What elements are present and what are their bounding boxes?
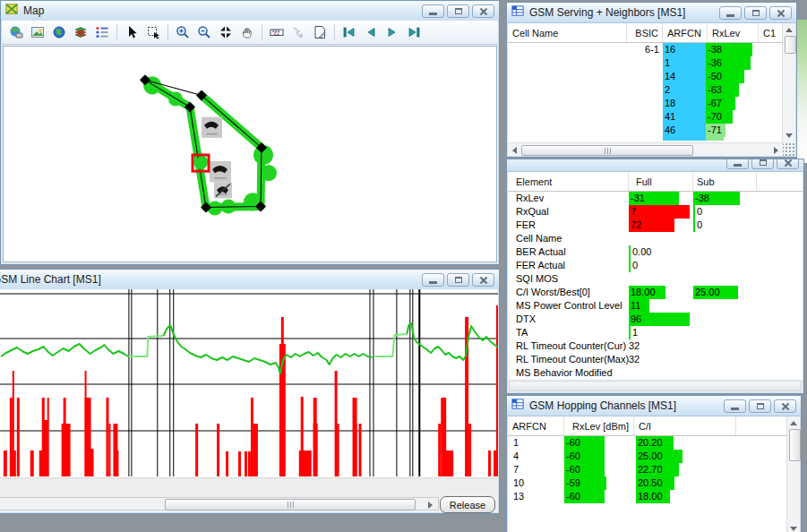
quality-bar [255, 424, 258, 476]
table-row[interactable]: 14-50 [508, 70, 782, 83]
restore-button[interactable] [744, 6, 767, 20]
scroll-down-arrow[interactable] [784, 131, 794, 142]
select-button[interactable] [142, 22, 164, 42]
full-value: 1 [629, 326, 693, 339]
nav-forward-button[interactable] [382, 22, 403, 42]
serving-vscrollbar[interactable] [782, 23, 795, 142]
map-canvas[interactable] [3, 46, 497, 262]
table-row[interactable]: RL Timeout Counter(Cur)32 [508, 339, 803, 353]
line-chart-titlebar[interactable]: GSM Line Chart [MS1] [0, 270, 499, 290]
close-button[interactable] [769, 6, 792, 20]
arfcn-cell: 10 [508, 476, 564, 490]
table-row[interactable]: RL Timeout Counter(Max)32 [508, 353, 803, 366]
minimize-button[interactable] [726, 159, 749, 169]
scroll-down-arrow[interactable] [788, 524, 799, 532]
call-event-thumbnail[interactable] [202, 117, 222, 138]
layers-button[interactable] [70, 22, 91, 42]
scroll-up-arrow[interactable] [784, 23, 794, 35]
minimize-button[interactable] [719, 6, 742, 20]
pan-button[interactable] [236, 22, 258, 42]
table-row[interactable]: 7-6022.70 [508, 463, 786, 476]
globe-button[interactable] [48, 22, 70, 42]
resize-grip[interactable] [783, 143, 795, 156]
zoom-in-button[interactable] [172, 22, 193, 42]
line-chart-canvas[interactable] [0, 289, 498, 477]
table-row[interactable]: C/I Worst/Best[0]18.0025.00 [508, 286, 803, 299]
restore-button[interactable] [447, 273, 469, 287]
chart-hscrollbar[interactable] [0, 497, 439, 511]
hopping-vscrollbar[interactable] [786, 416, 800, 532]
minimize-button[interactable] [724, 399, 746, 413]
info-hscrollbar[interactable] [509, 381, 802, 391]
chart-hscroll-thumb[interactable] [165, 499, 416, 511]
scroll-up-arrow[interactable] [788, 416, 799, 428]
table-row[interactable]: 6-116-38 [508, 43, 782, 56]
cell-name-cell [508, 97, 627, 110]
serving-hscrollbar[interactable] [508, 142, 782, 156]
table-row[interactable]: 1-36 [508, 56, 782, 70]
table-row[interactable]: MS Power Control Level11 [508, 299, 803, 313]
measure-button[interactable]: 1.2 [266, 22, 288, 42]
arfcn-cell: 4 [508, 450, 564, 463]
table-row[interactable]: 13-6018.00 [508, 490, 786, 503]
full-value: 7 [629, 205, 693, 219]
scroll-right-arrow[interactable] [771, 144, 782, 156]
hopping-table-body: 1-6020.204-6025.007-6022.7010-5920.5013-… [508, 436, 786, 532]
ci-bar: 25.00 [636, 450, 683, 463]
table-row[interactable]: SQI MOS [508, 272, 803, 286]
table-row[interactable]: 10-5920.50 [508, 476, 786, 490]
call-event-thumbnail[interactable] [210, 161, 231, 182]
arfcn-cell: 7 [508, 463, 564, 476]
serving-vscroll-thumb[interactable] [785, 36, 796, 54]
quality-bar [106, 398, 108, 476]
background-window-sliver [797, 20, 807, 163]
open-map-button[interactable] [5, 22, 27, 42]
table-row[interactable]: DTX96 [508, 313, 803, 326]
close-button[interactable] [472, 4, 494, 18]
serving-titlebar[interactable]: GSM Serving + Neighbors [MS1] [507, 3, 796, 23]
minimize-button[interactable] [422, 273, 444, 287]
restore-button[interactable] [749, 399, 771, 413]
close-button[interactable] [777, 159, 799, 169]
image-button[interactable] [27, 22, 48, 42]
table-row[interactable]: 2-63 [508, 83, 782, 97]
map-window-titlebar[interactable]: Map [1, 1, 499, 21]
ci-bar: 20.50 [636, 476, 674, 490]
table-row[interactable]: 41-70 [508, 110, 782, 124]
nav-last-button[interactable] [403, 22, 425, 42]
table-row[interactable]: FER Actual0 [508, 259, 803, 272]
table-row[interactable]: 4-6025.00 [508, 450, 786, 463]
ci-bar: 20.20 [636, 436, 674, 450]
table-row[interactable]: 1-6020.20 [508, 436, 786, 450]
table-row[interactable]: FER720 [508, 219, 803, 232]
release-button[interactable]: Release [440, 496, 495, 513]
table-row[interactable]: MS Behavior Modified [508, 366, 803, 379]
drop-point-button[interactable] [288, 22, 309, 42]
table-row[interactable]: RxQual70 [508, 205, 803, 219]
close-button[interactable] [472, 273, 494, 287]
info-titlebar-clipped[interactable] [507, 159, 803, 172]
pointer-button[interactable] [121, 22, 142, 42]
scroll-left-arrow[interactable] [508, 144, 519, 156]
chart-hscroll-right-arrow[interactable] [425, 500, 436, 510]
serving-hscroll-thumb[interactable] [521, 145, 693, 156]
table-row[interactable]: TA1 [508, 326, 803, 339]
table-row[interactable]: RxLev-31-38 [508, 192, 803, 205]
nav-first-button[interactable] [339, 22, 360, 42]
restore-button[interactable] [751, 159, 774, 169]
restore-button[interactable] [447, 4, 469, 18]
nav-back-button[interactable] [360, 22, 382, 42]
report-button[interactable] [309, 22, 331, 42]
zoom-extent-button[interactable] [215, 22, 236, 42]
hopping-titlebar[interactable]: GSM Hopping Channels [MS1] [507, 396, 801, 416]
table-row[interactable]: Cell Name [508, 232, 803, 245]
hopping-vscroll-thumb[interactable] [789, 429, 801, 461]
table-row[interactable]: 46-71 [508, 124, 782, 137]
table-row[interactable]: 18-67 [508, 97, 782, 110]
quality-bar [47, 398, 49, 476]
table-row[interactable]: BER Actual0.00 [508, 245, 803, 259]
legend-button[interactable] [91, 22, 113, 42]
zoom-out-button[interactable] [193, 22, 215, 42]
close-button[interactable] [774, 399, 796, 413]
minimize-button[interactable] [422, 4, 444, 18]
